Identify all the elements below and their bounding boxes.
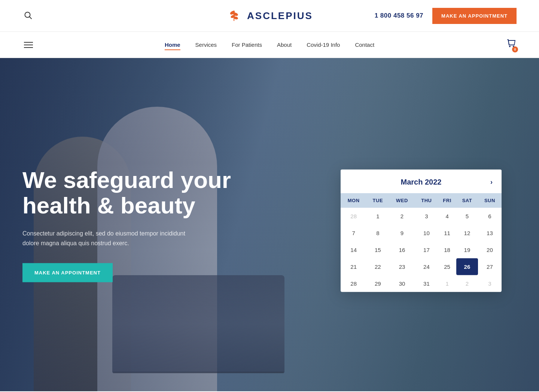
calendar-widget: March 2022 › MON TUE WED THU FRI SAT SUN… <box>341 170 502 292</box>
calendar-day[interactable]: 20 <box>478 241 502 258</box>
search-icon <box>24 11 32 19</box>
calendar-day[interactable]: 17 <box>415 241 438 258</box>
nav-right: 0 <box>506 39 517 51</box>
calendar-day[interactable]: 23 <box>389 258 415 275</box>
logo[interactable]: ASCLEPIUS <box>226 7 313 24</box>
calendar-day[interactable]: 11 <box>438 225 456 241</box>
calendar-day[interactable]: 6 <box>478 208 502 225</box>
top-bar-right: 1 800 458 56 97 MAKE AN APPOINTMENT <box>375 8 517 24</box>
calendar-day[interactable]: 3 <box>478 275 502 292</box>
svg-point-7 <box>509 46 511 47</box>
top-bar-left <box>22 10 34 22</box>
hero-subtitle: Consectetur adipiscing elit, sed do eius… <box>22 229 202 248</box>
calendar-header: March 2022 › <box>341 170 502 193</box>
cart-badge: 0 <box>512 46 518 52</box>
calendar-grid: MON TUE WED THU FRI SAT SUN 281234567891… <box>341 193 502 292</box>
search-button[interactable] <box>22 10 34 22</box>
nav-links: Home Services For Patients About Covid-1… <box>165 42 374 48</box>
cal-header-tue: TUE <box>366 193 389 208</box>
calendar-day[interactable]: 8 <box>366 225 389 241</box>
hero-content: We safeguard your health & beauty Consec… <box>22 167 255 282</box>
nav-link-contact[interactable]: Contact <box>355 42 374 48</box>
calendar-day[interactable]: 25 <box>438 258 456 275</box>
nav-link-for-patients[interactable]: For Patients <box>232 42 262 48</box>
calendar-day[interactable]: 13 <box>478 225 502 241</box>
calendar-day[interactable]: 1 <box>438 275 456 292</box>
calendar-day[interactable]: 30 <box>389 275 415 292</box>
calendar-week-2: 78910111213 <box>341 225 502 241</box>
hamburger-button[interactable] <box>22 40 34 49</box>
calendar-day[interactable]: 15 <box>366 241 389 258</box>
calendar-day[interactable]: 2 <box>389 208 415 225</box>
calendar-days-header-row: MON TUE WED THU FRI SAT SUN <box>341 193 502 208</box>
calendar-week-5: 28293031123 <box>341 275 502 292</box>
calendar-week-1: 28123456 <box>341 208 502 225</box>
calendar-day[interactable]: 10 <box>415 225 438 241</box>
calendar-day[interactable]: 19 <box>456 241 478 258</box>
cal-header-fri: FRI <box>438 193 456 208</box>
calendar-day[interactable]: 22 <box>366 258 389 275</box>
calendar-week-4: 21222324252627 <box>341 258 502 275</box>
hero-title: We safeguard your health & beauty <box>22 167 255 218</box>
hamburger-line-3 <box>24 47 33 48</box>
calendar-day[interactable]: 12 <box>456 225 478 241</box>
cal-header-sun: SUN <box>478 193 502 208</box>
calendar-day[interactable]: 28 <box>341 275 366 292</box>
phone-number: 1 800 458 56 97 <box>375 12 423 19</box>
nav-bar: Home Services For Patients About Covid-1… <box>0 32 539 58</box>
calendar-day[interactable]: 16 <box>389 241 415 258</box>
calendar-next-button[interactable]: › <box>490 178 493 186</box>
calendar-day[interactable]: 1 <box>366 208 389 225</box>
hero-section: We safeguard your health & beauty Consec… <box>0 58 539 391</box>
calendar-day[interactable]: 7 <box>341 225 366 241</box>
calendar-day[interactable]: 27 <box>478 258 502 275</box>
hamburger-line-2 <box>24 45 33 45</box>
calendar-day[interactable]: 26 <box>456 258 478 275</box>
calendar-day[interactable]: 4 <box>438 208 456 225</box>
nav-item-for-patients[interactable]: For Patients <box>232 42 262 48</box>
logo-icon <box>226 7 243 24</box>
nav-item-contact[interactable]: Contact <box>355 42 374 48</box>
calendar-week-3: 14151617181920 <box>341 241 502 258</box>
cal-header-sat: SAT <box>456 193 478 208</box>
cart-button[interactable]: 0 <box>506 39 517 51</box>
nav-item-home[interactable]: Home <box>165 42 180 48</box>
logo-text: ASCLEPIUS <box>247 10 313 22</box>
cal-header-mon: MON <box>341 193 366 208</box>
nav-link-about[interactable]: About <box>277 42 292 48</box>
calendar-title: March 2022 <box>401 178 442 186</box>
calendar-day[interactable]: 24 <box>415 258 438 275</box>
nav-link-covid[interactable]: Covid-19 Info <box>307 42 340 48</box>
top-appointment-button[interactable]: MAKE AN APPOINTMENT <box>432 8 517 24</box>
cal-header-thu: THU <box>415 193 438 208</box>
nav-item-covid[interactable]: Covid-19 Info <box>307 42 340 48</box>
nav-item-about[interactable]: About <box>277 42 292 48</box>
calendar-day[interactable]: 9 <box>389 225 415 241</box>
calendar-day[interactable]: 31 <box>415 275 438 292</box>
nav-link-home[interactable]: Home <box>165 42 180 50</box>
calendar-day[interactable]: 21 <box>341 258 366 275</box>
nav-link-services[interactable]: Services <box>195 42 217 48</box>
calendar-day[interactable]: 14 <box>341 241 366 258</box>
svg-line-1 <box>30 16 32 19</box>
cal-header-wed: WED <box>389 193 415 208</box>
hero-appointment-button[interactable]: MAKE AN APPOINTMENT <box>22 263 113 282</box>
calendar-day[interactable]: 5 <box>456 208 478 225</box>
hamburger-line-1 <box>24 42 33 43</box>
calendar-day[interactable]: 18 <box>438 241 456 258</box>
nav-item-services[interactable]: Services <box>195 42 217 48</box>
calendar-day[interactable]: 3 <box>415 208 438 225</box>
calendar-day[interactable]: 28 <box>341 208 366 225</box>
calendar-day[interactable]: 2 <box>456 275 478 292</box>
top-bar: ASCLEPIUS 1 800 458 56 97 MAKE AN APPOIN… <box>0 0 539 32</box>
calendar-day[interactable]: 29 <box>366 275 389 292</box>
